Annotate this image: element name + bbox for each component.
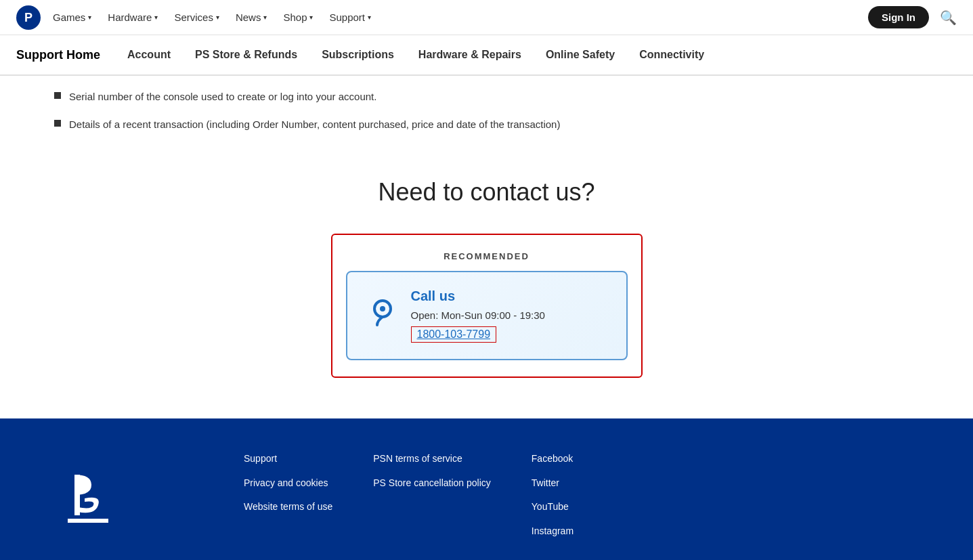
svg-rect-5 (68, 519, 108, 523)
search-button[interactable]: 🔍 (940, 9, 957, 26)
call-us-info: Call us Open: Mon-Sun 09:00 - 19:30 1800… (411, 288, 545, 343)
contact-heading: Need to contact us? (54, 178, 919, 207)
nav-games[interactable]: Games ▾ (53, 12, 91, 23)
footer-instagram-link[interactable]: Instagram (532, 525, 574, 538)
support-nav-connectivity[interactable]: Connectivity (639, 49, 704, 61)
footer-facebook-link[interactable]: Facebook (532, 452, 574, 466)
chevron-down-icon: ▾ (263, 14, 267, 21)
recommended-card-outer: RECOMMENDED Call us Open: Mon-Sun 09:00 … (331, 234, 643, 378)
top-nav-right: Sign In 🔍 (868, 6, 957, 28)
footer-terms-link[interactable]: Website terms of use (244, 500, 332, 514)
support-nav-subscriptions[interactable]: Subscriptions (322, 49, 394, 61)
footer-col-3: Facebook Twitter YouTube Instagram (532, 452, 574, 538)
playstation-logo[interactable]: P (16, 5, 41, 30)
bullet-list: Serial number of the console used to cre… (54, 76, 919, 165)
support-nav: Support Home Account PS Store & Refunds … (0, 35, 973, 76)
nav-news[interactable]: News ▾ (236, 12, 267, 23)
footer-psn-terms-link[interactable]: PSN terms of service (373, 452, 491, 466)
recommended-label: RECOMMENDED (346, 251, 628, 261)
footer-logo-area (54, 452, 203, 538)
search-icon: 🔍 (940, 10, 957, 25)
phone-icon (368, 298, 397, 334)
support-home-link[interactable]: Support Home (16, 48, 100, 62)
call-us-card: Call us Open: Mon-Sun 09:00 - 19:30 1800… (346, 271, 628, 360)
footer-youtube-link[interactable]: YouTube (532, 500, 574, 514)
chevron-down-icon: ▾ (309, 14, 313, 21)
svg-point-3 (380, 306, 385, 311)
call-us-number[interactable]: 1800-103-7799 (411, 326, 497, 343)
top-nav-links: Games ▾ Hardware ▾ Services ▾ News ▾ Sho… (53, 12, 868, 23)
footer-cancellation-link[interactable]: PS Store cancellation policy (373, 477, 491, 490)
support-nav-account[interactable]: Account (127, 49, 171, 61)
footer-col-2: PSN terms of service PS Store cancellati… (373, 452, 491, 538)
chevron-down-icon: ▾ (88, 14, 91, 21)
list-item: Serial number of the console used to cre… (54, 89, 919, 105)
support-nav-hardware-repairs[interactable]: Hardware & Repairs (418, 49, 521, 61)
bullet-icon (54, 120, 61, 127)
call-us-title: Call us (411, 288, 545, 304)
chevron-down-icon: ▾ (368, 14, 371, 21)
call-us-hours: Open: Mon-Sun 09:00 - 19:30 (411, 308, 545, 322)
nav-shop[interactable]: Shop ▾ (283, 12, 313, 23)
footer-support-link[interactable]: Support (244, 452, 332, 466)
top-nav: P Games ▾ Hardware ▾ Services ▾ News ▾ S… (0, 0, 973, 35)
footer-col-1: Support Privacy and cookies Website term… (244, 452, 332, 538)
chevron-down-icon: ▾ (216, 14, 219, 21)
nav-support[interactable]: Support ▾ (329, 12, 371, 23)
footer-privacy-link[interactable]: Privacy and cookies (244, 477, 332, 490)
support-nav-ps-store[interactable]: PS Store & Refunds (195, 49, 297, 61)
main-content: Serial number of the console used to cre… (0, 76, 973, 378)
nav-hardware[interactable]: Hardware ▾ (108, 12, 158, 23)
footer: Support Privacy and cookies Website term… (0, 418, 973, 560)
chevron-down-icon: ▾ (154, 14, 158, 21)
footer-links: Support Privacy and cookies Website term… (244, 452, 919, 538)
list-item: Details of a recent transaction (includi… (54, 117, 919, 133)
support-nav-online-safety[interactable]: Online Safety (546, 49, 615, 61)
footer-twitter-link[interactable]: Twitter (532, 477, 574, 490)
svg-text:P: P (24, 11, 33, 24)
support-nav-links: Account PS Store & Refunds Subscriptions… (127, 49, 704, 61)
footer-ps-logo (54, 461, 122, 529)
sign-in-button[interactable]: Sign In (868, 6, 929, 28)
nav-services[interactable]: Services ▾ (174, 12, 219, 23)
bullet-icon (54, 92, 61, 99)
